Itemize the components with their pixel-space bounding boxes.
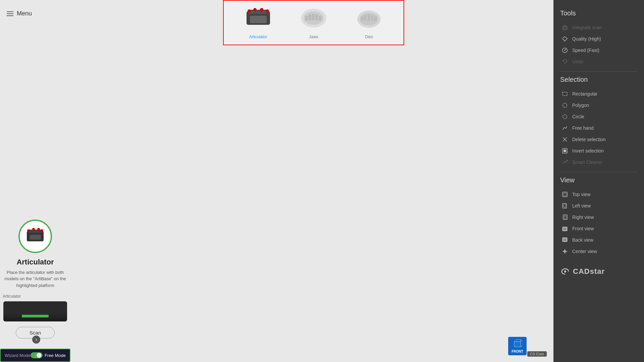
svg-rect-25	[368, 14, 370, 21]
svg-rect-16	[305, 16, 308, 20]
tool-quality-high[interactable]: Quality (High)	[560, 33, 637, 45]
tool-polygon-label: Polygon	[572, 103, 589, 108]
tool-polygon[interactable]: Polygon	[560, 100, 637, 111]
svg-rect-28	[514, 342, 521, 347]
rectangular-icon	[561, 90, 568, 97]
cadstar-logo: CADstar	[560, 267, 637, 276]
center-view-icon	[561, 248, 568, 255]
tool-undo[interactable]: Undo	[560, 56, 637, 67]
svg-point-38	[563, 115, 567, 119]
selection-section-title: Selection	[560, 76, 637, 83]
dies-model-img	[354, 6, 384, 33]
left-view-icon	[561, 202, 568, 209]
svg-rect-51	[563, 228, 567, 230]
cs-core-badge: CS Core	[527, 351, 547, 357]
free-mode-label: Free Mode	[45, 353, 66, 358]
tool-rectangular[interactable]: Rectangular	[560, 88, 637, 100]
tool-speed-fast[interactable]: Speed (Fast)	[560, 45, 637, 56]
svg-point-10	[253, 8, 257, 11]
tool-integrate-scan[interactable]: Integrate scan	[560, 22, 637, 33]
view-right[interactable]: Right view	[560, 212, 637, 223]
mode-toggle[interactable]	[31, 352, 43, 358]
model-item-dies[interactable]: Dies	[354, 6, 384, 39]
invert-icon	[561, 147, 568, 154]
view-back-label: Back view	[572, 237, 593, 243]
svg-rect-17	[309, 14, 311, 20]
arrow-right-button[interactable]: ›	[32, 336, 40, 344]
model-item-jaws[interactable]: Jaws	[299, 6, 329, 39]
svg-rect-1	[29, 230, 42, 233]
circle-icon	[561, 113, 568, 120]
svg-marker-29	[514, 340, 521, 342]
undo-icon	[561, 58, 568, 65]
freehand-icon	[561, 125, 568, 131]
svg-point-5	[41, 229, 43, 232]
menu-button[interactable]: Menu	[0, 7, 39, 20]
svg-rect-42	[564, 149, 566, 152]
svg-point-11	[260, 8, 263, 11]
articulator-icon	[23, 225, 47, 248]
articulator-model-img	[243, 6, 273, 33]
svg-rect-46	[562, 203, 567, 208]
jaws-model-img	[299, 6, 329, 33]
tool-speed-label: Speed (Fast)	[572, 48, 599, 53]
back-view-icon	[561, 237, 568, 243]
svg-rect-19	[315, 14, 318, 20]
view-front[interactable]: Front view	[560, 223, 637, 234]
model-item-articulator[interactable]: Articulator	[243, 6, 273, 39]
svg-rect-45	[564, 193, 566, 196]
tool-integrate-scan-label: Integrate scan	[572, 25, 602, 30]
dies-model-name: Dies	[365, 35, 373, 39]
tool-circle[interactable]: Circle	[560, 111, 637, 122]
svg-point-31	[564, 26, 566, 29]
tools-section-title: Tools	[560, 9, 637, 17]
view-center-label: Center view	[572, 249, 597, 254]
view-left[interactable]: Left view	[560, 200, 637, 212]
cadstar-logo-icon	[560, 267, 570, 276]
view-top[interactable]: Top view	[560, 189, 637, 200]
svg-point-2	[27, 229, 30, 232]
svg-rect-44	[562, 192, 567, 197]
toggle-switch[interactable]	[31, 352, 43, 358]
svg-rect-18	[312, 14, 315, 20]
right-view-icon	[561, 214, 568, 221]
cadstar-label: CADstar	[573, 267, 605, 276]
wizard-mode-label: Wizard Mode	[5, 353, 31, 358]
view-back[interactable]: Back view	[560, 234, 637, 246]
smart-cleaner-icon	[561, 159, 568, 166]
delete-icon	[561, 136, 568, 143]
svg-point-35	[565, 50, 566, 51]
card-platform	[3, 301, 67, 321]
tool-delete-selection-label: Delete selection	[572, 137, 606, 142]
card-desc: Place the articulator with both models o…	[3, 269, 68, 289]
view-right-label: Right view	[572, 215, 594, 220]
svg-point-9	[248, 9, 251, 13]
svg-rect-36	[562, 92, 567, 96]
tool-smart-cleaner[interactable]: Smart Cleaner	[560, 157, 637, 168]
main-area: Articulator Jaws	[74, 0, 553, 362]
top-view-icon	[561, 191, 568, 198]
svg-marker-30	[521, 340, 522, 347]
speed-icon	[561, 47, 568, 54]
svg-rect-13	[250, 16, 267, 23]
front-view-button[interactable]: FRONT	[508, 337, 527, 355]
tool-delete-selection[interactable]: Delete selection	[560, 134, 637, 145]
divider-1	[560, 71, 637, 72]
view-front-label: Front view	[572, 226, 594, 231]
tool-freehand[interactable]: Free hand	[560, 122, 637, 134]
cube-icon	[513, 339, 522, 348]
tool-undo-label: Undo	[572, 59, 583, 64]
polygon-icon	[561, 102, 568, 109]
front-view-icon-tool	[561, 225, 568, 232]
hamburger-icon	[7, 11, 13, 16]
svg-marker-33	[562, 37, 567, 41]
svg-rect-47	[564, 204, 566, 207]
tool-invert-selection[interactable]: Invert selection	[560, 145, 637, 157]
svg-point-43	[567, 160, 568, 161]
svg-rect-53	[563, 238, 567, 241]
articulator-model-name: Articulator	[249, 35, 267, 39]
tool-rectangular-label: Rectangular	[572, 91, 598, 97]
view-center[interactable]: Center view	[560, 246, 637, 257]
svg-rect-49	[564, 216, 566, 219]
tool-smart-cleaner-label: Smart Cleaner	[572, 160, 602, 165]
